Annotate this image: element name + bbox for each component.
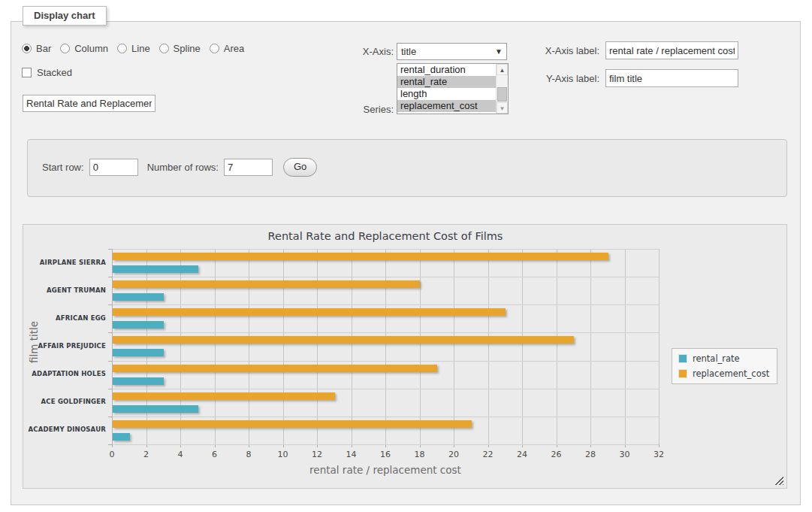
series-options: rental_duration rental_rate length repla… bbox=[397, 64, 496, 114]
chevron-down-icon: ▼ bbox=[495, 47, 503, 56]
x-tick-label: 18 bbox=[407, 450, 433, 459]
bar-rental_rate[interactable] bbox=[113, 321, 164, 329]
legend-swatch-icon bbox=[678, 354, 687, 363]
radio-spline[interactable] bbox=[159, 44, 169, 53]
resize-handle-icon[interactable] bbox=[775, 477, 783, 485]
bar-replacement_cost[interactable] bbox=[113, 308, 506, 316]
y-axis-label-caption: Y-Axis label: bbox=[542, 73, 599, 84]
number-of-rows-caption: Number of rows: bbox=[147, 162, 219, 173]
series-listbox[interactable]: rental_duration rental_rate length repla… bbox=[397, 63, 509, 114]
radio-spline-label[interactable]: Spline bbox=[174, 43, 201, 54]
y-axis-title: film title bbox=[28, 297, 40, 387]
x-tick-label: 6 bbox=[202, 450, 228, 459]
x-axis-select[interactable]: title ▼ bbox=[397, 43, 507, 60]
legend-entry-replacement_cost[interactable]: replacement_cost bbox=[678, 368, 769, 379]
radio-line[interactable] bbox=[117, 44, 127, 53]
bar-replacement_cost[interactable] bbox=[113, 365, 437, 372]
bar-rental_rate[interactable] bbox=[113, 377, 164, 385]
x-tick-label: 30 bbox=[612, 450, 638, 459]
scrollbar-thumb[interactable] bbox=[497, 87, 507, 101]
series-option-length[interactable]: length bbox=[397, 88, 496, 100]
x-tick-label: 4 bbox=[168, 450, 193, 459]
bar-rental_rate[interactable] bbox=[113, 349, 164, 356]
radio-column-label[interactable]: Column bbox=[74, 43, 108, 54]
x-tick-label: 16 bbox=[373, 450, 398, 459]
x-tick-label: 14 bbox=[339, 450, 364, 459]
x-axis-label-input[interactable] bbox=[605, 41, 738, 59]
radio-area[interactable] bbox=[210, 44, 219, 53]
legend-label: rental_rate bbox=[693, 353, 740, 364]
x-tick-label: 20 bbox=[441, 450, 466, 459]
series-caption: Series: bbox=[331, 104, 394, 115]
x-axis-title: rental rate / replacement cost bbox=[112, 464, 659, 476]
bar-replacement_cost[interactable] bbox=[113, 253, 608, 260]
radio-bar[interactable] bbox=[22, 44, 32, 53]
legend-entry-rental_rate[interactable]: rental_rate bbox=[678, 353, 769, 364]
x-tick-label: 26 bbox=[544, 450, 569, 459]
bar-replacement_cost[interactable] bbox=[113, 336, 574, 344]
bar-rental_rate[interactable] bbox=[113, 293, 164, 301]
scroll-down-icon[interactable]: ▼ bbox=[497, 102, 508, 114]
category-label: ACE GOLDFINGER bbox=[23, 398, 106, 405]
radio-area-label[interactable]: Area bbox=[224, 43, 244, 54]
bar-rental_rate[interactable] bbox=[113, 265, 198, 273]
go-button[interactable]: Go bbox=[283, 158, 317, 177]
x-tick-label: 0 bbox=[99, 450, 125, 459]
start-row-caption: Start row: bbox=[42, 162, 84, 173]
fieldset-legend: Display chart bbox=[23, 6, 107, 26]
bar-replacement_cost[interactable] bbox=[113, 420, 472, 428]
radio-column[interactable] bbox=[60, 44, 70, 53]
chart-title: Rental Rate and Replacement Cost of Film… bbox=[112, 230, 659, 242]
stacked-checkbox[interactable] bbox=[22, 68, 32, 77]
bar-rental_rate[interactable] bbox=[113, 433, 130, 441]
legend-label: replacement_cost bbox=[693, 368, 769, 379]
series-scrollbar[interactable]: ▲ ▼ bbox=[496, 64, 508, 114]
y-axis-label-input[interactable] bbox=[605, 69, 738, 87]
category-label: AGENT TRUMAN bbox=[23, 286, 106, 294]
x-axis-selected-value: title bbox=[401, 46, 416, 57]
number-of-rows-input[interactable] bbox=[224, 159, 273, 176]
start-row-input[interactable] bbox=[89, 159, 138, 176]
stacked-label[interactable]: Stacked bbox=[37, 67, 72, 78]
series-option-rental-duration[interactable]: rental_duration bbox=[397, 64, 496, 76]
bar-replacement_cost[interactable] bbox=[113, 392, 335, 400]
legend-swatch-icon bbox=[678, 369, 687, 378]
chart-title-input[interactable] bbox=[23, 95, 155, 112]
bar-rental_rate[interactable] bbox=[113, 405, 198, 413]
bar-replacement_cost[interactable] bbox=[113, 280, 420, 288]
x-tick-label: 12 bbox=[304, 450, 330, 459]
x-axis-caption: X-Axis: bbox=[331, 46, 394, 57]
category-label: ACADEMY DINOSAUR bbox=[23, 426, 106, 433]
x-tick-label: 2 bbox=[134, 450, 159, 459]
radio-line-label[interactable]: Line bbox=[131, 43, 150, 54]
series-option-rental-rate[interactable]: rental_rate bbox=[397, 76, 496, 88]
x-tick-label: 28 bbox=[578, 450, 603, 459]
x-axis-label-caption: X-Axis label: bbox=[542, 45, 599, 56]
x-tick-label: 10 bbox=[270, 450, 296, 459]
stacked-row: Stacked bbox=[22, 67, 72, 78]
x-tick-label: 22 bbox=[475, 450, 501, 459]
series-option-replacement-cost[interactable]: replacement_cost bbox=[397, 100, 496, 112]
category-label: AIRPLANE SIERRA bbox=[23, 259, 106, 266]
radio-bar-label[interactable]: Bar bbox=[36, 43, 51, 54]
chart-container: Rental Rate and Replacement Cost of Film… bbox=[23, 224, 787, 489]
x-tick-label: 32 bbox=[646, 450, 672, 459]
x-tick-label: 8 bbox=[236, 450, 261, 459]
chart-type-radio-group: Bar Column Line Spline Area bbox=[22, 43, 249, 54]
rows-panel: Start row: Number of rows: Go bbox=[27, 139, 787, 197]
x-tick-label: 24 bbox=[509, 450, 535, 459]
chart-legend: rental_ratereplacement_cost bbox=[672, 348, 777, 384]
scroll-up-icon[interactable]: ▲ bbox=[497, 64, 508, 75]
